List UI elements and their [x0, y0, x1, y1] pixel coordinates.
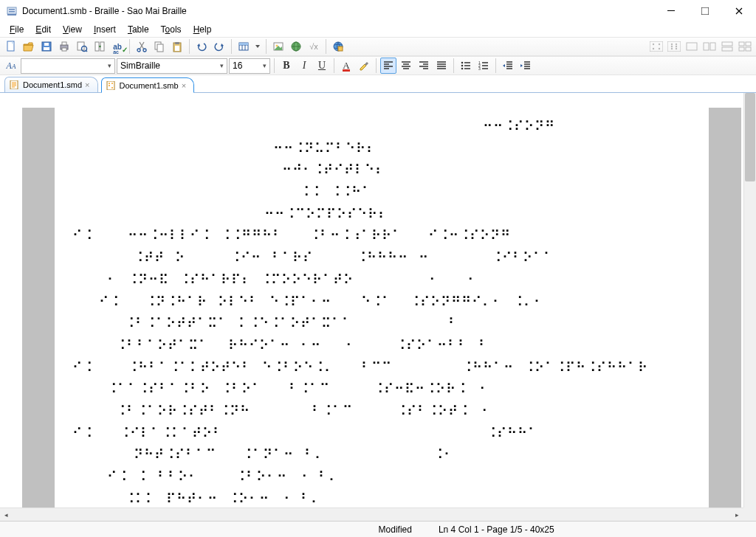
- chevron-down-icon: ▾: [258, 62, 267, 69]
- menu-tools[interactable]: Tools: [155, 23, 188, 36]
- scroll-right-button[interactable]: ▸: [731, 508, 743, 521]
- horizontal-scrollbar[interactable]: ◂ ▸: [0, 507, 743, 521]
- print-preview-button[interactable]: [74, 38, 90, 55]
- outdent-button[interactable]: [500, 58, 516, 74]
- tab-document1-smb[interactable]: Document1.smb ×: [101, 77, 195, 93]
- indent-button[interactable]: [518, 58, 534, 74]
- bold-button[interactable]: B: [278, 58, 295, 74]
- print-button[interactable]: [56, 38, 72, 55]
- document-text-icon: [10, 80, 20, 89]
- style-combo[interactable]: ▾: [21, 58, 115, 74]
- copy-button[interactable]: [151, 38, 168, 55]
- scrollbar-corner: [743, 507, 756, 521]
- highlight-button[interactable]: [356, 58, 372, 74]
- italic-button[interactable]: I: [296, 58, 312, 74]
- svg-rect-2: [9, 11, 15, 13]
- view-1-button[interactable]: [684, 38, 700, 55]
- paste-button[interactable]: [169, 38, 185, 55]
- document-braille-icon: [106, 81, 117, 90]
- svg-rect-0: [7, 7, 16, 14]
- align-center-button[interactable]: [398, 58, 414, 74]
- svg-rect-3: [7, 14, 16, 15]
- view-split-h-button[interactable]: [701, 38, 718, 55]
- svg-rect-52: [746, 47, 751, 51]
- vertical-scrollbar[interactable]: [743, 93, 756, 507]
- menu-help[interactable]: Help: [188, 23, 218, 36]
- svg-point-18: [143, 49, 146, 52]
- cut-button[interactable]: [134, 38, 150, 55]
- svg-rect-49: [739, 42, 744, 46]
- app-icon: [6, 5, 18, 17]
- svg-point-36: [659, 48, 660, 49]
- open-button[interactable]: [21, 38, 37, 55]
- scroll-left-button[interactable]: ◂: [0, 508, 13, 521]
- window-title: Document1.smb - Braille - Sao Mai Braill…: [22, 6, 187, 16]
- six-key-button[interactable]: [648, 38, 664, 55]
- svg-rect-22: [175, 42, 179, 44]
- tab-close-icon[interactable]: ×: [85, 80, 89, 89]
- menu-edit[interactable]: Edit: [30, 23, 57, 36]
- new-button[interactable]: [3, 38, 19, 55]
- minimize-button[interactable]: [654, 0, 688, 22]
- table-dropdown[interactable]: [253, 38, 262, 55]
- link-button[interactable]: [288, 38, 304, 55]
- svg-rect-1: [9, 9, 15, 10]
- view-split-v-button[interactable]: [719, 38, 735, 55]
- svg-point-34: [653, 48, 654, 49]
- svg-point-41: [676, 44, 677, 45]
- equation-button[interactable]: √x: [306, 38, 322, 55]
- tab-document1-smd[interactable]: Document1.smd ×: [4, 77, 98, 92]
- font-combo[interactable]: SimBraille ▾: [117, 58, 227, 74]
- page-content[interactable]: ⠒⠒⠨⠎⠕⠝⠛ ⠒⠒⠨⠝⠥⠍⠃⠑⠗⠆ ⠒⠚⠂⠨⠞⠊⠞⠇⠑⠆ ⠨⠨⠀⠨⠨⠓⠁ ⠒⠒…: [55, 108, 709, 521]
- svg-rect-4: [667, 10, 675, 11]
- tab-label: Document1.smb: [120, 81, 179, 90]
- close-button[interactable]: [722, 0, 756, 22]
- underline-button[interactable]: U: [314, 58, 330, 74]
- svg-rect-31: [338, 46, 343, 51]
- status-position: Ln 4 Col 1 - Page 1/5 - 40x25: [431, 524, 562, 535]
- font-color-button[interactable]: A: [338, 58, 354, 74]
- six-key-2-button[interactable]: [666, 38, 682, 55]
- maximize-button[interactable]: [688, 0, 722, 22]
- tab-close-icon[interactable]: ×: [182, 81, 186, 90]
- font-size-value: 16: [233, 60, 242, 71]
- svg-point-35: [659, 44, 660, 45]
- svg-rect-48: [722, 47, 732, 51]
- save-button[interactable]: [38, 38, 55, 55]
- document-area: ⠒⠒⠨⠎⠕⠝⠛ ⠒⠒⠨⠝⠥⠍⠃⠑⠗⠆ ⠒⠚⠂⠨⠞⠊⠞⠇⠑⠆ ⠨⠨⠀⠨⠨⠓⠁ ⠒⠒…: [0, 93, 756, 521]
- align-left-button[interactable]: [380, 58, 396, 74]
- svg-point-17: [137, 49, 140, 52]
- picture-button[interactable]: [270, 38, 286, 55]
- font-size-combo[interactable]: 16 ▾: [229, 58, 270, 74]
- bullet-list-button[interactable]: [458, 58, 474, 74]
- toolbar-format: AA ▾ SimBraille ▾ 16 ▾ B I U A 123: [0, 56, 756, 75]
- undo-button[interactable]: [193, 38, 210, 55]
- menu-table[interactable]: Table: [122, 23, 155, 36]
- web-button[interactable]: [330, 38, 346, 55]
- scrollbar-thumb[interactable]: [745, 93, 755, 181]
- align-right-button[interactable]: [416, 58, 432, 74]
- menubar: File Edit View Insert Table Tools Help: [0, 22, 756, 37]
- number-list-button[interactable]: 123: [475, 58, 492, 74]
- redo-button[interactable]: [211, 38, 227, 55]
- menu-insert[interactable]: Insert: [88, 23, 122, 36]
- menu-file[interactable]: File: [4, 23, 30, 36]
- view-grid-button[interactable]: [737, 38, 753, 55]
- spellcheck-button[interactable]: abac✓: [109, 38, 126, 55]
- svg-point-55: [461, 68, 464, 70]
- svg-rect-37: [667, 41, 681, 52]
- titlebar: Document1.smb - Braille - Sao Mai Braill…: [0, 0, 756, 22]
- svg-rect-47: [722, 42, 732, 46]
- print-formatting-button[interactable]: AA: [3, 58, 19, 74]
- svg-rect-50: [746, 42, 751, 46]
- chevron-down-icon: ▾: [103, 62, 111, 69]
- menu-view[interactable]: View: [57, 23, 88, 36]
- align-justify-button[interactable]: [433, 58, 450, 74]
- table-button[interactable]: [236, 38, 252, 55]
- svg-rect-59: [10, 80, 18, 89]
- svg-point-53: [461, 62, 464, 64]
- translate-button[interactable]: [92, 38, 108, 55]
- svg-point-38: [671, 44, 673, 45]
- svg-rect-20: [157, 44, 163, 52]
- svg-rect-9: [44, 47, 49, 50]
